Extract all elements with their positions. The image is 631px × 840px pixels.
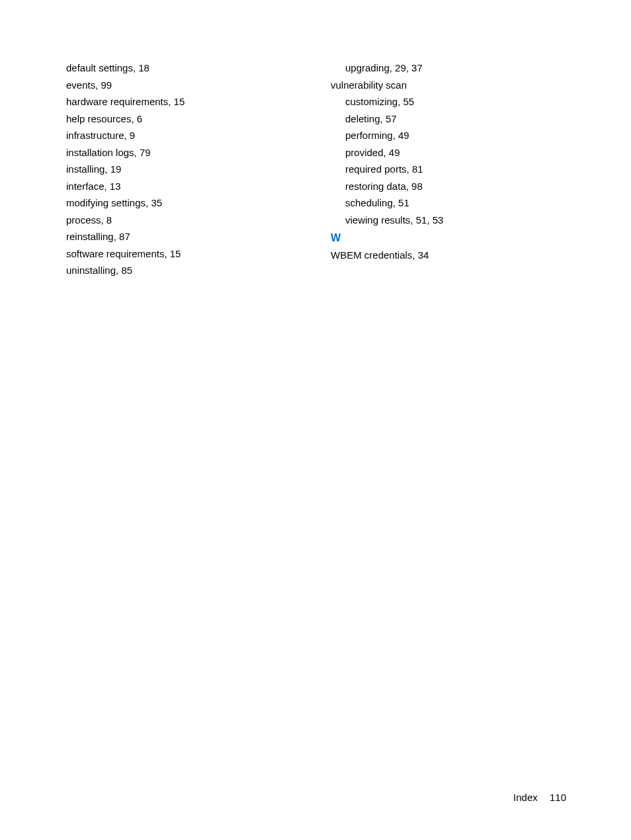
index-entry: help resources, 6 (66, 110, 265, 128)
index-entry: process, 8 (66, 212, 265, 229)
footer-section-label: Index (513, 792, 538, 803)
index-entry: installing, 19 (66, 161, 265, 178)
index-sub-entry: viewing results, 51, 53 (331, 212, 529, 229)
index-sub-entry: restoring data, 98 (331, 178, 529, 195)
index-sub-entry: performing, 49 (331, 127, 529, 144)
index-column-right: upgrading, 29, 37 vulnerability scan cus… (265, 60, 529, 279)
index-sub-entry: deleting, 57 (331, 110, 529, 128)
index-sub-entry: provided, 49 (331, 144, 529, 161)
index-page-content: default settings, 18 events, 99 hardware… (0, 0, 631, 279)
index-sub-entry: customizing, 55 (331, 93, 529, 110)
index-topic: vulnerability scan (331, 77, 529, 94)
index-entry: WBEM credentials, 34 (331, 247, 529, 264)
index-sub-entry: scheduling, 51 (331, 194, 529, 212)
index-entry: events, 99 (66, 77, 265, 94)
index-entry: interface, 13 (66, 178, 265, 195)
index-sub-entry: upgrading, 29, 37 (331, 60, 529, 77)
index-section-heading-w: W (331, 232, 529, 244)
page-footer: Index 110 (513, 792, 566, 803)
index-sub-entry: required ports, 81 (331, 161, 529, 178)
index-entry: software requirements, 15 (66, 245, 265, 263)
footer-page-number: 110 (550, 792, 566, 803)
index-entry: hardware requirements, 15 (66, 93, 265, 110)
index-column-left: default settings, 18 events, 99 hardware… (0, 60, 265, 279)
index-entry: uninstalling, 85 (66, 262, 265, 279)
index-entry: reinstalling, 87 (66, 228, 265, 245)
index-entry: modifying settings, 35 (66, 194, 265, 212)
index-entry: installation logs, 79 (66, 144, 265, 161)
index-entry: default settings, 18 (66, 60, 265, 77)
index-entry: infrastructure, 9 (66, 127, 265, 144)
